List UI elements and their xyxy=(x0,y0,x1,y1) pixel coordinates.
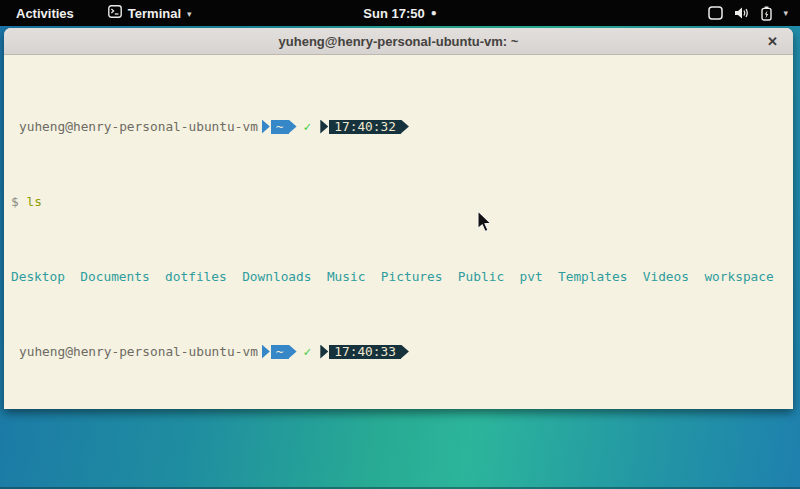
status-check-icon: ✓ xyxy=(304,344,312,359)
close-button[interactable]: ✕ xyxy=(762,31,783,52)
app-menu-terminal[interactable]: Terminal ▾ xyxy=(104,5,196,21)
volume-icon xyxy=(734,6,750,20)
prompt-line: yuheng@henry-personal-ubuntu-vm ~ ✓ 17:4… xyxy=(11,119,789,134)
prompt-path: ~ xyxy=(271,345,289,359)
top-bar: Activities Terminal ▾ Sun 17:50 ● xyxy=(0,0,800,26)
ls-output: Desktop Documents dotfiles Downloads Mus… xyxy=(11,269,789,284)
prompt-symbol: $ xyxy=(11,194,19,209)
display-icon xyxy=(708,6,723,20)
powerline-point-icon xyxy=(401,120,409,134)
powerline-point-icon xyxy=(289,345,297,359)
prompt-line: yuheng@henry-personal-ubuntu-vm ~ ✓ 17:4… xyxy=(11,344,789,359)
prompt-time: 17:40:32 xyxy=(329,120,401,134)
system-status-area[interactable]: ▾ xyxy=(706,0,790,26)
chevron-down-icon: ▾ xyxy=(187,9,192,19)
powerline-separator-icon xyxy=(320,120,328,134)
powerline-point-icon xyxy=(401,345,409,359)
notification-dot-icon: ● xyxy=(431,8,437,18)
terminal-content[interactable]: yuheng@henry-personal-ubuntu-vm ~ ✓ 17:4… xyxy=(4,56,793,409)
terminal-window: yuheng@henry-personal-ubuntu-vm: ~ ✕ yuh… xyxy=(4,28,793,409)
prompt-path: ~ xyxy=(271,120,289,134)
powerline-separator-icon xyxy=(262,120,270,134)
app-menu-label: Terminal xyxy=(128,6,181,21)
status-check-icon: ✓ xyxy=(304,119,312,134)
powerline-separator-icon xyxy=(262,345,270,359)
command-text: ls xyxy=(26,194,41,209)
prompt-time: 17:40:33 xyxy=(329,345,401,359)
powerline-separator-icon xyxy=(320,345,328,359)
battery-charging-icon xyxy=(761,6,772,21)
terminal-icon xyxy=(108,5,122,21)
activities-button[interactable]: Activities xyxy=(10,6,80,21)
window-titlebar[interactable]: yuheng@henry-personal-ubuntu-vm: ~ ✕ xyxy=(4,28,793,55)
command-line: $ ls xyxy=(11,194,789,209)
prompt-user: yuheng@henry-personal-ubuntu-vm xyxy=(19,119,258,134)
window-title: yuheng@henry-personal-ubuntu-vm: ~ xyxy=(279,34,519,49)
clock-button[interactable]: Sun 17:50 ● xyxy=(363,6,436,21)
prompt-user: yuheng@henry-personal-ubuntu-vm xyxy=(19,344,258,359)
clock-label: Sun 17:50 xyxy=(363,6,424,21)
powerline-point-icon xyxy=(289,120,297,134)
chevron-down-icon: ▾ xyxy=(783,8,788,18)
